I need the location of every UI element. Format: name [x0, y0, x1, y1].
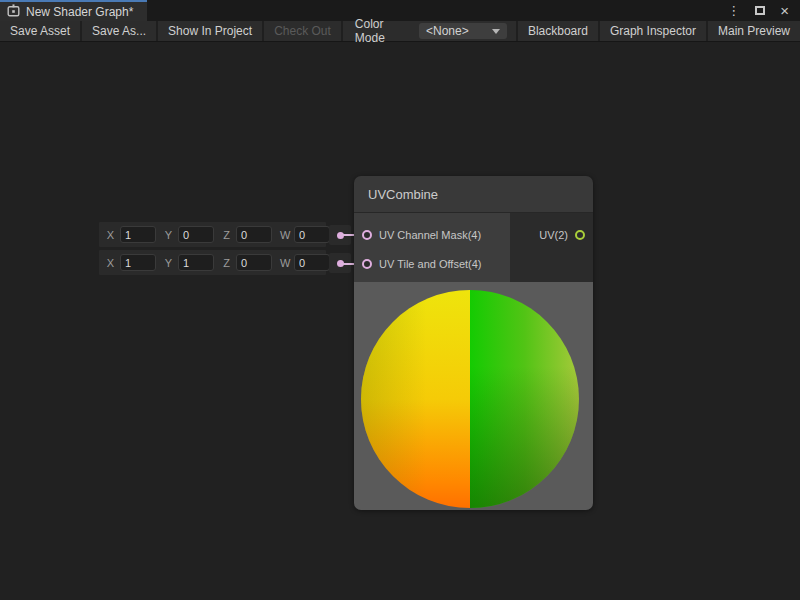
maximize-icon[interactable] [755, 6, 765, 15]
x-field[interactable] [120, 254, 156, 271]
tab-new-shader-graph[interactable]: New Shader Graph* [0, 0, 147, 21]
node-body: UV Channel Mask(4) UV Tile and Offset(4)… [354, 213, 593, 282]
close-icon[interactable]: × [780, 3, 789, 18]
node-input-section: UV Channel Mask(4) UV Tile and Offset(4) [354, 213, 510, 282]
w-field[interactable] [294, 226, 330, 243]
z-field[interactable] [236, 254, 272, 271]
vector-field-group: X [106, 254, 156, 271]
w-label: W [280, 257, 289, 269]
window-menu-icon[interactable]: ⋮ [727, 4, 740, 17]
color-mode-label: Color Mode [343, 21, 419, 41]
y-label: Y [164, 257, 173, 269]
vector4-input-row-2: X Y Z W [99, 250, 326, 275]
uv-preview-sphere [361, 290, 579, 508]
input-port-label: UV Tile and Offset(4) [379, 258, 482, 270]
output-port-icon[interactable] [575, 230, 585, 240]
graph-canvas[interactable]: X Y Z W X Y [0, 42, 800, 600]
sphere-right-half [470, 290, 579, 508]
y-label: Y [164, 229, 173, 241]
tab-title: New Shader Graph* [26, 5, 133, 19]
x-label: X [106, 257, 115, 269]
vector-field-group: X [106, 226, 156, 243]
node-title-bar[interactable]: UVCombine [354, 176, 593, 213]
x-label: X [106, 229, 115, 241]
vector-field-group: Y [164, 226, 214, 243]
save-as-button[interactable]: Save As... [82, 21, 158, 41]
shader-graph-window: New Shader Graph* ⋮ × Save Asset Save As… [0, 0, 800, 600]
check-out-button[interactable]: Check Out [264, 21, 343, 41]
input-port-row: UV Tile and Offset(4) [354, 249, 510, 278]
vector4-input-row-1: X Y Z W [99, 222, 326, 247]
input-port-row: UV Channel Mask(4) [354, 220, 510, 249]
graph-inspector-button[interactable]: Graph Inspector [598, 21, 706, 41]
x-field[interactable] [120, 226, 156, 243]
show-in-project-button[interactable]: Show In Project [158, 21, 264, 41]
output-port-row: UV(2) [510, 220, 593, 249]
y-field[interactable] [178, 254, 214, 271]
toolbar-right-group: Color Mode <None> Blackboard Graph Inspe… [343, 21, 800, 41]
shader-graph-icon [7, 3, 20, 21]
sphere-left-half [361, 290, 470, 508]
color-mode-dropdown[interactable]: <None> [419, 23, 507, 39]
vector-field-group: W [280, 226, 330, 243]
w-label: W [280, 229, 289, 241]
input-port-icon[interactable] [362, 259, 372, 269]
color-mode-value: <None> [426, 24, 469, 38]
output-port-label: UV(2) [539, 229, 568, 241]
w-field[interactable] [294, 254, 330, 271]
save-asset-button[interactable]: Save Asset [0, 21, 82, 41]
main-preview-button[interactable]: Main Preview [706, 21, 800, 41]
z-label: Z [222, 257, 231, 269]
vector-field-group: Y [164, 254, 214, 271]
node-preview [354, 282, 593, 510]
toolbar: Save Asset Save As... Show In Project Ch… [0, 21, 800, 42]
input-port-icon[interactable] [362, 230, 372, 240]
vector-field-group: Z [222, 254, 272, 271]
node-output-section: UV(2) [510, 213, 593, 282]
vector-field-group: Z [222, 226, 272, 243]
input-port-label: UV Channel Mask(4) [379, 229, 481, 241]
window-controls: ⋮ × [727, 0, 800, 21]
vector-field-group: W [280, 254, 330, 271]
node-uvcombine[interactable]: UVCombine UV Channel Mask(4) UV Tile and… [354, 176, 593, 510]
chevron-down-icon [492, 29, 500, 34]
z-label: Z [222, 229, 231, 241]
y-field[interactable] [178, 226, 214, 243]
node-title: UVCombine [368, 187, 438, 202]
z-field[interactable] [236, 226, 272, 243]
blackboard-button[interactable]: Blackboard [516, 21, 598, 41]
